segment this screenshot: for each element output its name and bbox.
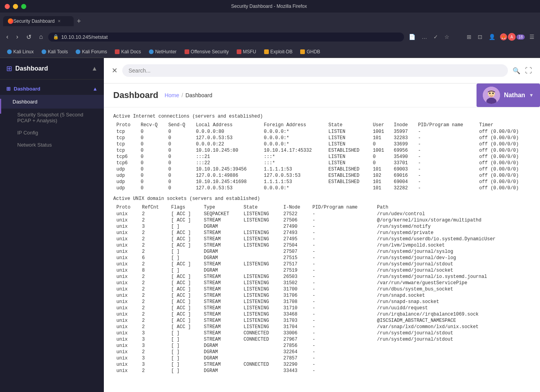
table-cell: - <box>309 267 374 274</box>
pocket-button[interactable]: ✓ <box>432 32 440 42</box>
sidebar-toggle[interactable]: ▲ <box>91 65 98 72</box>
bookmark-msfu[interactable]: MSFU <box>234 48 259 55</box>
bookmarks-bar: Kali Linux Kali Tools Kali Forums Kali D… <box>0 45 540 58</box>
account-button[interactable]: 👤 <box>487 32 497 42</box>
table-cell: STREAM <box>201 242 240 249</box>
col-local-addr: Local Address <box>193 122 261 129</box>
table-row: udp0010.10.10.245:394561.1.1.1:53ESTABLI… <box>113 166 531 172</box>
bookmark-offensive-security[interactable]: Offensive Security <box>181 48 232 55</box>
window-controls[interactable] <box>5 4 26 9</box>
minimize-button[interactable] <box>13 4 18 9</box>
back-button[interactable]: ‹ <box>4 32 11 42</box>
table-cell: unix <box>113 217 139 223</box>
table-cell: off (0.00/0/0) <box>476 129 531 135</box>
bookmark-nethunter[interactable]: NetHunter <box>146 48 180 55</box>
table-cell: 2 <box>139 299 168 305</box>
sidebar-item-network-status[interactable]: Network Status <box>0 139 104 151</box>
close-button[interactable] <box>5 4 10 9</box>
table-cell: 33006 <box>280 330 309 336</box>
table-cell: - <box>309 261 374 267</box>
table-cell: 3 <box>139 361 168 368</box>
expand-icon[interactable]: ⛶ <box>525 67 532 75</box>
sidebar-nav: ⊞ Dashboard ▲ Dashboard Security Snapsho… <box>0 80 104 392</box>
table-row: unix2[ ACC ]STREAMLISTENING31703-@ISCSIA… <box>113 318 531 324</box>
bookmark-kali-docs[interactable]: Kali Docs <box>112 48 144 55</box>
synced-tabs-button[interactable]: ⊡ <box>476 32 484 42</box>
bookmark-kali-tools[interactable]: Kali Tools <box>38 48 71 55</box>
forward-button[interactable]: › <box>14 32 20 42</box>
table-cell <box>241 368 280 374</box>
table-cell: 0 <box>165 179 192 185</box>
tab-close-button[interactable]: × <box>58 18 60 24</box>
tab-bar: Security Dashboard × + <box>0 13 540 28</box>
table-cell: [ ACC ] <box>168 211 201 217</box>
user-area[interactable]: Nathan ▼ <box>477 83 540 107</box>
table-cell: LISTEN <box>325 160 370 166</box>
table-cell: unix <box>113 267 139 274</box>
table-cell: :::* <box>261 160 325 166</box>
table-cell: unix <box>113 249 139 255</box>
table-cell: [ ] <box>168 355 201 361</box>
table-row: unix3[ ]DGRAM27856- <box>113 343 531 349</box>
bookmark-exploit-db[interactable]: Exploit-DB <box>261 48 296 55</box>
url-input[interactable] <box>61 34 399 40</box>
search-icon: 🔍 <box>513 67 520 74</box>
col-send-q: Send-Q <box>165 122 192 129</box>
new-tab-button[interactable]: + <box>74 16 84 27</box>
breadcrumb-current: Dashboard <box>185 92 212 98</box>
table-cell: 69956 <box>391 147 415 154</box>
bookmark-button[interactable]: ☆ <box>443 32 451 42</box>
library-button[interactable]: ⊞ <box>465 32 473 42</box>
table-cell: LISTENING <box>241 217 280 223</box>
table-cell: unix <box>113 223 139 230</box>
table-cell: unix <box>113 255 139 261</box>
table-cell: ESTABLISHED <box>325 166 370 172</box>
table-cell <box>325 185 370 191</box>
sidebar-item-dashboard[interactable]: Dashboard <box>0 95 104 109</box>
search-input[interactable] <box>122 64 508 77</box>
table-cell <box>241 255 280 261</box>
browser-tab[interactable]: Security Dashboard × <box>3 16 74 26</box>
sidebar-item-ip-config[interactable]: IP Config <box>0 127 104 139</box>
sidebar-item-network-status-label: Network Status <box>17 142 52 148</box>
breadcrumb-home[interactable]: Home <box>165 92 179 98</box>
table-row: unix2[ ACC ]STREAMLISTENING31706-/run/sn… <box>113 292 531 299</box>
table-cell: - <box>309 349 374 355</box>
table-cell: :::22 <box>193 160 261 166</box>
bookmark-kali-linux[interactable]: Kali Linux <box>4 48 37 55</box>
addon-badge: 18 <box>516 34 525 40</box>
overflow-menu-button[interactable]: … <box>420 32 429 42</box>
table-cell: - <box>309 318 374 324</box>
table-cell: /run/snapd-snap.socket <box>374 299 531 305</box>
table-cell: 2 <box>139 217 168 223</box>
user-name: Nathan <box>504 92 525 99</box>
table-cell: [ ] <box>168 267 201 274</box>
table-cell: 32290 <box>280 361 309 368</box>
bookmark-ghdb[interactable]: GHDB <box>297 48 323 55</box>
sidebar-item-security-snapshot[interactable]: Security Snapshot (5 Second PCAP + Analy… <box>0 109 104 127</box>
table-cell: 0 <box>165 129 192 135</box>
reload-button[interactable]: ↺ <box>24 32 34 42</box>
home-button[interactable]: ⌂ <box>37 32 45 42</box>
table-cell: 101 <box>370 179 390 185</box>
table-cell: off (0.00/0/0) <box>476 141 531 147</box>
table-cell: 33468 <box>280 311 309 318</box>
table-cell: 10.10.10.245:41698 <box>193 179 261 185</box>
unix-col-refcnt: RefCnt <box>139 204 168 211</box>
reader-view-button[interactable]: 📄 <box>407 32 417 42</box>
menu-button[interactable]: ☰ <box>528 32 536 42</box>
address-bar[interactable]: 🔒 <box>48 33 404 42</box>
sidebar-item-ip-config-label: IP Config <box>17 130 38 136</box>
nav-section-header[interactable]: ⊞ Dashboard ▲ <box>0 83 104 95</box>
table-cell: 0 <box>138 141 165 147</box>
table-cell: unix <box>113 299 139 305</box>
unix-col-path: Path <box>374 204 531 211</box>
table-cell: tcp <box>113 147 138 154</box>
bookmark-kali-forums[interactable]: Kali Forums <box>72 48 110 55</box>
table-cell: - <box>309 236 374 242</box>
table-cell: tcp <box>113 135 138 141</box>
maximize-button[interactable] <box>21 4 26 9</box>
search-close-button[interactable]: ✕ <box>112 66 118 75</box>
table-cell: 2 <box>139 274 168 280</box>
table-cell: 0 <box>165 185 192 191</box>
